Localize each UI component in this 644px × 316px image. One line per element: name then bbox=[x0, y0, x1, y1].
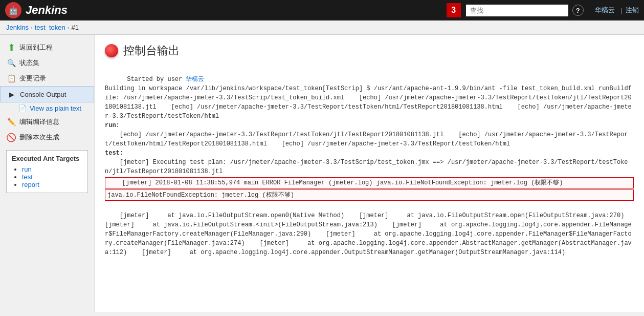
error-line-2: java.io.FileNotFoundException: jmeter.lo… bbox=[105, 189, 634, 201]
page-title: 控制台输出 bbox=[123, 43, 180, 58]
stack-line-2: [jmeter] at java.io.FileOutputStream.ope… bbox=[344, 212, 624, 219]
sidebar-item-back[interactable]: ⬆ 返回到工程 bbox=[0, 40, 94, 55]
test-line-1: [jmeter] Executing test plan: /usr/jmete… bbox=[105, 159, 628, 175]
doc-icon: 📄 bbox=[18, 104, 27, 112]
help-icon[interactable]: ? bbox=[572, 5, 584, 16]
ant-targets-box: Executed Ant Targets run test report bbox=[6, 150, 88, 193]
delete-icon: 🚫 bbox=[6, 132, 16, 142]
ant-targets-title: Executed Ant Targets bbox=[12, 155, 82, 162]
ant-target-report: report bbox=[22, 181, 82, 188]
breadcrumb-sep-2: › bbox=[68, 25, 70, 31]
main-layout: ⬆ 返回到工程 🔍 状态集 📋 变更记录 ▶ Console Output 📄 … bbox=[0, 35, 644, 312]
sidebar-item-changes[interactable]: 📋 变更记录 bbox=[0, 71, 94, 86]
console-line-2: Building in workspace /var/lib/jenkins/w… bbox=[105, 85, 322, 92]
changes-icon: 📋 bbox=[6, 73, 16, 83]
status-dot-icon bbox=[105, 44, 118, 57]
search-input[interactable] bbox=[466, 5, 568, 16]
ant-target-report-link[interactable]: report bbox=[22, 181, 39, 188]
sidebar-item-edit-label: 编辑编译信息 bbox=[19, 117, 59, 127]
run-line-1: [echo] /usr/jmeter/apache-jmeter-3.3/Tes… bbox=[105, 131, 444, 138]
arrow-up-icon: ⬆ bbox=[6, 43, 16, 53]
content-area: 控制台输出 Started by user 华槁云 Building in wo… bbox=[95, 35, 644, 312]
logout-link[interactable]: 注销 bbox=[626, 6, 639, 15]
jenkins-title: Jenkins bbox=[26, 4, 68, 17]
breadcrumb: Jenkins › test_token › #1 bbox=[0, 20, 644, 35]
notification-badge[interactable]: 3 bbox=[447, 3, 461, 17]
header-divider: | bbox=[621, 7, 623, 14]
breadcrumb-sep-1: › bbox=[31, 25, 33, 31]
sidebar-item-status-label: 状态集 bbox=[19, 58, 39, 68]
sidebar-item-edit[interactable]: ✏️ 编辑编译信息 bbox=[0, 114, 94, 130]
sidebar-item-delete[interactable]: 🚫 删除本次生成 bbox=[0, 130, 94, 145]
console-line-1: Started by user 华槁云 bbox=[127, 76, 204, 83]
error-line-1: [jmeter] 2018-01-08 11:38:55,974 main ER… bbox=[105, 177, 634, 188]
sidebar-item-changes-label: 变更记录 bbox=[19, 74, 46, 83]
breadcrumb-build-number: #1 bbox=[71, 24, 78, 31]
breadcrumb-test-token[interactable]: test_token bbox=[35, 24, 65, 31]
sidebar-item-status[interactable]: 🔍 状态集 bbox=[0, 55, 94, 71]
jenkins-avatar-icon: 🤖 bbox=[5, 2, 21, 18]
ant-target-test-link[interactable]: test bbox=[22, 173, 33, 181]
ant-target-run: run bbox=[22, 165, 82, 173]
console-output: Started by user 华槁云 Building in workspac… bbox=[105, 66, 634, 266]
sidebar-item-console[interactable]: ▶ Console Output bbox=[0, 86, 94, 102]
console-icon: ▶ bbox=[7, 89, 17, 99]
page-title-area: 控制台输出 bbox=[105, 43, 634, 58]
test-label: test: bbox=[105, 150, 123, 157]
run-line-3: [echo] /usr/jmeter/apache-jmeter-3.3/Tes… bbox=[267, 140, 510, 148]
header-username[interactable]: 华槁云 bbox=[595, 6, 615, 15]
console-line-3: [TestScrip] $ /usr/ant/apache-ant-1.9.9/… bbox=[322, 85, 610, 92]
header-logo: 🤖 Jenkins bbox=[5, 2, 68, 18]
magnifier-icon: 🔍 bbox=[6, 58, 16, 68]
sidebar-item-back-label: 返回到工程 bbox=[19, 43, 53, 52]
ant-target-test: test bbox=[22, 173, 82, 181]
edit-icon: ✏️ bbox=[6, 117, 16, 127]
ant-target-run-link[interactable]: run bbox=[22, 165, 32, 173]
sidebar-item-console-label: Console Output bbox=[20, 91, 66, 98]
sidebar-item-delete-label: 删除本次生成 bbox=[19, 133, 59, 142]
stack-line-7: [jmeter] at org.apache.logging.log4j.cor… bbox=[127, 249, 565, 256]
user-link[interactable]: 华槁云 bbox=[186, 76, 204, 83]
breadcrumb-jenkins[interactable]: Jenkins bbox=[6, 24, 29, 31]
console-line-6: [echo] /usr/jmeter/apache-jmeter-3.3/Tes… bbox=[157, 103, 503, 111]
stack-line-1: [jmeter] at java.io.FileOutputStream.ope… bbox=[105, 212, 344, 219]
sidebar-item-plain-text[interactable]: 📄 View as plain text bbox=[0, 102, 94, 114]
run-label: run: bbox=[105, 122, 120, 129]
sidebar-item-plain-text-label: View as plain text bbox=[30, 104, 81, 112]
ant-targets-list: run test report bbox=[12, 165, 82, 188]
sidebar: ⬆ 返回到工程 🔍 状态集 📋 变更记录 ▶ Console Output 📄 … bbox=[0, 35, 95, 312]
header: 🤖 Jenkins 3 ? 华槁云 | 注销 bbox=[0, 0, 644, 20]
